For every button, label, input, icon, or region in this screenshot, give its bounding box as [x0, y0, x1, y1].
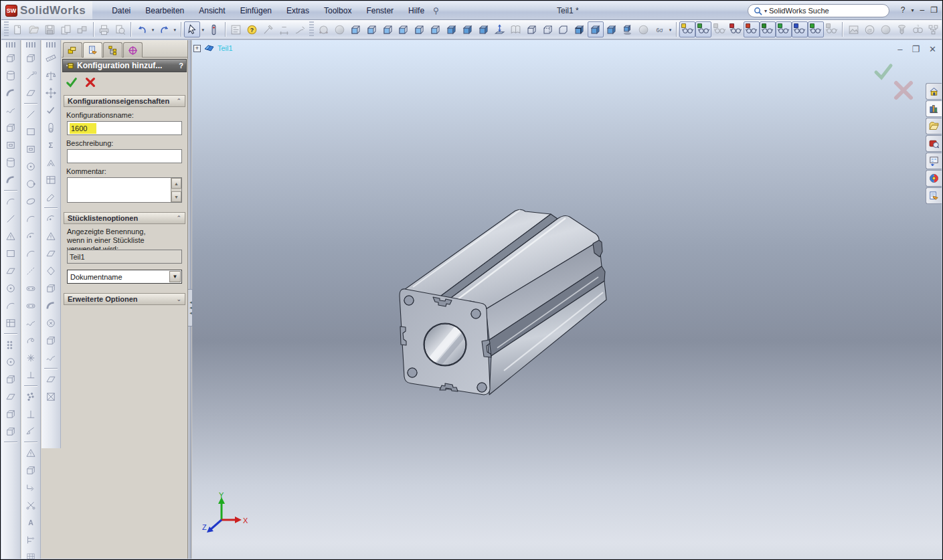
design-checker-button[interactable] [43, 119, 59, 136]
collapse-chevron-icon[interactable]: ⌃ [176, 98, 181, 104]
file-explorer-tab[interactable] [926, 118, 942, 134]
comment-scrollbar[interactable]: ▲ ▼ [171, 178, 181, 202]
toolbar-grip[interactable] [26, 42, 35, 48]
realview-graphics-button[interactable] [636, 21, 652, 37]
view-dimetric-button[interactable] [476, 21, 492, 37]
sketch-pattern-button[interactable] [23, 388, 39, 405]
menu-hilfe[interactable]: Hilfe [401, 3, 432, 18]
dropdown-arrow-icon[interactable]: ▾ [152, 27, 155, 33]
file-properties-button[interactable] [228, 21, 244, 37]
view-right-button[interactable] [396, 21, 412, 37]
view-3d-sketches-button[interactable] [695, 21, 711, 37]
apply-scene-button[interactable]: @ [861, 21, 877, 37]
doc-minimize-button[interactable]: – [897, 44, 902, 54]
perimeter-circle-button[interactable] [23, 175, 39, 192]
standard-views-button[interactable] [507, 21, 523, 37]
elbow-tool-button[interactable] [43, 297, 59, 314]
boundary-boss-button[interactable] [3, 119, 19, 136]
shell-button[interactable] [3, 245, 19, 262]
bom-part-name-field[interactable]: Teil1 [67, 250, 182, 264]
scroll-down-button[interactable]: ▼ [171, 191, 181, 202]
wireframe-button[interactable] [523, 21, 539, 37]
center-rectangle-button[interactable] [23, 141, 39, 157]
swept-boss-button[interactable] [3, 84, 19, 101]
modify-sketch-button[interactable] [23, 423, 39, 440]
instant3d-button[interactable] [3, 423, 19, 440]
mirror-button[interactable] [3, 314, 19, 331]
menu-pin-icon[interactable]: ⚲ [433, 6, 439, 15]
shaded-with-edges-button[interactable] [572, 21, 588, 37]
hole-wizard-button[interactable] [3, 280, 19, 296]
view-origins-button[interactable] [792, 21, 808, 37]
comment-textarea[interactable]: ▲ ▼ [67, 177, 182, 203]
print-preview-button[interactable] [112, 21, 128, 37]
centerline-button[interactable] [23, 262, 39, 279]
view-orientation-button[interactable]: 6σ▾ [651, 21, 667, 37]
convert-entities-button[interactable] [23, 479, 39, 496]
view-planes-button[interactable] [776, 21, 792, 37]
style-spline-button[interactable] [23, 332, 39, 349]
deviation-analysis-button[interactable] [43, 154, 59, 171]
search-commands-button[interactable]: ? [910, 21, 926, 37]
smart-dimension-button[interactable] [276, 21, 292, 37]
configuration-name-input[interactable]: 1600 [67, 121, 182, 135]
paint-feature-button[interactable] [43, 189, 59, 205]
sketch-spline-button[interactable] [23, 50, 39, 66]
view-back-button[interactable] [363, 21, 379, 37]
hidden-lines-visible-button[interactable] [539, 21, 555, 37]
bom-name-dropdown[interactable]: Dokumentname ▼ [67, 270, 182, 284]
save-button[interactable] [42, 21, 58, 37]
search-input[interactable]: ▾ SolidWorks Suche [748, 4, 889, 17]
custom-properties-tab[interactable] [926, 187, 942, 204]
menu-fenster[interactable]: Fenster [359, 3, 401, 18]
undo-button[interactable]: ▾ [134, 21, 150, 37]
tab-configuration-manager[interactable] [63, 42, 82, 58]
dropdown-arrow-icon[interactable]: ▾ [174, 27, 177, 33]
circular-pattern-button[interactable] [3, 353, 19, 370]
print-button[interactable] [96, 21, 112, 37]
pan-view-button[interactable] [331, 21, 347, 37]
toolbox-fastener-button[interactable] [893, 21, 910, 37]
centerpoint-arc-button[interactable] [23, 227, 39, 244]
make-drawing-from-part-button[interactable] [58, 21, 74, 37]
sketch-warning-button[interactable] [23, 444, 39, 461]
line-button[interactable] [23, 106, 39, 122]
view-lights-button[interactable] [824, 21, 840, 37]
rib-button[interactable] [3, 227, 19, 244]
box-tool-button[interactable] [43, 332, 59, 349]
lofted-boss-button[interactable] [3, 102, 19, 118]
menu-toolbox[interactable]: Toolbox [317, 3, 359, 18]
menu-einfgen[interactable]: Einfügen [233, 3, 279, 18]
view-trimetric-button[interactable] [460, 21, 476, 37]
reference-geometry-button[interactable] [3, 388, 19, 405]
circle-button[interactable] [23, 158, 39, 175]
curve-pattern-button[interactable] [3, 371, 19, 387]
normal-to-button[interactable] [491, 21, 507, 37]
search-dropdown-icon[interactable]: ▾ [764, 8, 767, 14]
flatten-tool-button[interactable] [43, 371, 59, 387]
tab-property-manager[interactable] [83, 42, 102, 58]
perpendicular-relation-button[interactable] [23, 405, 39, 422]
3-point-arc-button[interactable] [23, 210, 39, 227]
redo-button[interactable]: ▾ [156, 21, 172, 37]
solidworks-resources-tab[interactable] [926, 83, 942, 100]
tab-dimxpert-manager[interactable] [123, 42, 143, 58]
view-points-button[interactable] [808, 21, 824, 37]
selection-filter-button[interactable] [206, 21, 222, 37]
section-configuration-properties[interactable]: Konfigurationseigenschaften ⌃ [64, 95, 185, 107]
shaded-button[interactable] [588, 21, 604, 37]
menu-ansicht[interactable]: Ansicht [191, 3, 232, 18]
face-tool-button[interactable] [43, 245, 59, 262]
spline-button[interactable] [23, 314, 39, 331]
view-isometric-button[interactable] [444, 21, 460, 37]
viewport-ok-ghost-button[interactable] [873, 63, 893, 80]
help-dropdown-icon[interactable]: ▾ [912, 7, 914, 13]
schematic-button[interactable] [926, 21, 942, 37]
dropdown-arrow-icon[interactable]: ▾ [669, 27, 672, 33]
clamp-tool-button[interactable] [43, 227, 59, 244]
panel-help-button[interactable]: ? [179, 62, 183, 70]
revolved-cut-button[interactable] [3, 154, 19, 171]
view-left-button[interactable] [379, 21, 396, 37]
cancel-button[interactable] [84, 76, 96, 88]
section-advanced-options[interactable]: Erweiterte Optionen ⌄ [64, 293, 185, 305]
